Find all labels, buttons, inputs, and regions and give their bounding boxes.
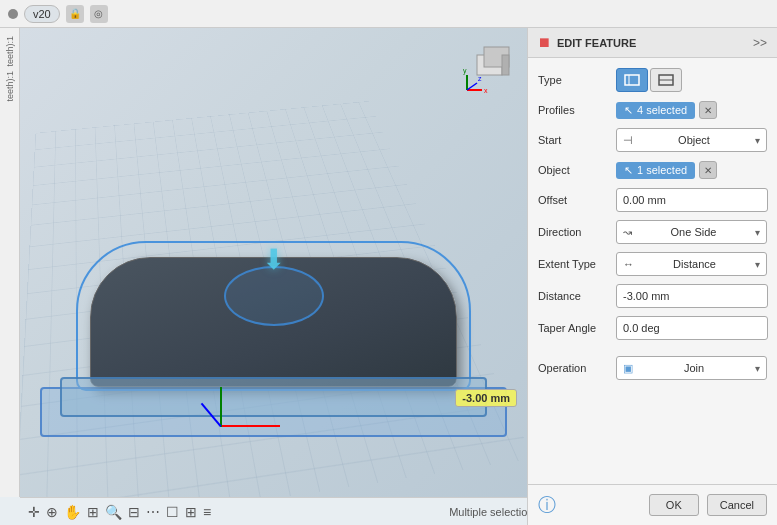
move-icon[interactable]: ✛ — [28, 504, 40, 520]
svg-rect-2 — [502, 55, 509, 75]
type-value — [616, 68, 767, 92]
direction-value: ↝ One Side ▾ — [616, 220, 767, 244]
extent-type-row: Extent Type ↔ Distance ▾ — [528, 248, 777, 280]
status-icons[interactable]: ✛ ⊕ ✋ ⊞ 🔍 ⊟ ⋯ ☐ ⊞ ≡ — [28, 504, 211, 520]
offset-row: Offset — [528, 184, 777, 216]
extent-type-dropdown-text: Distance — [673, 258, 716, 270]
type-row: Type — [528, 64, 777, 96]
panel-divider — [528, 344, 777, 352]
operation-dropdown[interactable]: ▣ Join ▾ — [616, 356, 767, 380]
direction-dropdown-arrow: ▾ — [755, 227, 760, 238]
zoom-fit-icon[interactable]: ⊞ — [87, 504, 99, 520]
object-badge-text: 1 selected — [637, 164, 687, 176]
panel-title-group: ⏹ EDIT FEATURE — [538, 35, 636, 50]
selection-status: Multiple selections — [449, 506, 539, 518]
offset-value — [616, 188, 768, 212]
extent-type-dropdown[interactable]: ↔ Distance ▾ — [616, 252, 767, 276]
sidebar-label-1: teeth):1 — [5, 36, 15, 67]
info-icon[interactable]: ⓘ — [538, 493, 556, 517]
dimension-label: -3.00 mm — [455, 389, 517, 407]
type-btn-2[interactable] — [650, 68, 682, 92]
start-label: Start — [538, 134, 610, 146]
operation-value: ▣ Join ▾ — [616, 356, 767, 380]
start-icon: ⊣ — [623, 134, 633, 147]
object-cursor-icon: ↖ — [624, 164, 633, 177]
grid-icon[interactable]: ⊟ — [128, 504, 140, 520]
object-value[interactable]: ↖ 1 selected ✕ — [616, 161, 767, 179]
status-bar: ✛ ⊕ ✋ ⊞ 🔍 ⊟ ⋯ ☐ ⊞ ≡ Multiple selections — [20, 497, 547, 525]
object-clear-btn[interactable]: ✕ — [699, 161, 717, 179]
profiles-clear-btn[interactable]: ✕ — [699, 101, 717, 119]
start-value: ⊣ Object ▾ — [616, 128, 767, 152]
panel-expand-btn[interactable]: >> — [753, 36, 767, 50]
start-row: Start ⊣ Object ▾ — [528, 124, 777, 156]
body-main: ⬇ — [90, 257, 457, 387]
profiles-cursor-icon: ↖ — [624, 104, 633, 117]
sidebar-label-2: teeth):1 — [5, 71, 15, 102]
operation-dropdown-arrow: ▾ — [755, 363, 760, 374]
view-icon[interactable]: ☐ — [166, 504, 179, 520]
start-dropdown[interactable]: ⊣ Object ▾ — [616, 128, 767, 152]
close-dot[interactable] — [8, 9, 18, 19]
type-btn-group[interactable] — [616, 68, 682, 92]
type-btn-1[interactable] — [616, 68, 648, 92]
extent-type-icon: ↔ — [623, 258, 634, 270]
distance-input[interactable] — [616, 284, 768, 308]
rotate-icon[interactable]: ⊕ — [46, 504, 58, 520]
svg-text:x: x — [484, 87, 488, 94]
operation-icon: ▣ — [623, 362, 633, 375]
type-label: Type — [538, 74, 610, 86]
direction-dropdown-text: One Side — [671, 226, 717, 238]
panel-title: EDIT FEATURE — [557, 37, 636, 49]
taper-angle-input[interactable] — [616, 316, 768, 340]
object-label: Object — [538, 164, 610, 176]
left-sidebar: teeth):1 teeth):1 — [0, 28, 20, 497]
target-icon[interactable]: ◎ — [90, 5, 108, 23]
svg-line-5 — [467, 83, 477, 90]
ok-button[interactable]: OK — [649, 494, 699, 516]
grid2-icon[interactable]: ⊞ — [185, 504, 197, 520]
cube-gizmo[interactable]: x y z — [462, 35, 522, 95]
profiles-label: Profiles — [538, 104, 610, 116]
panel-header: ⏹ EDIT FEATURE >> — [528, 28, 777, 58]
3d-object: ⬇ — [60, 197, 487, 417]
panel-body: Type — [528, 58, 777, 484]
viewport[interactable]: ⬇ -3.00 mm — [20, 28, 547, 497]
axis-x — [220, 425, 280, 427]
operation-dropdown-text: Join — [684, 362, 704, 374]
lock-icon[interactable]: 🔒 — [66, 5, 84, 23]
direction-icon: ↝ — [623, 226, 632, 239]
offset-input[interactable] — [616, 188, 768, 212]
extent-type-dropdown-arrow: ▾ — [755, 259, 760, 270]
taper-angle-label: Taper Angle — [538, 322, 610, 334]
direction-label: Direction — [538, 226, 610, 238]
object-badge[interactable]: ↖ 1 selected — [616, 162, 695, 179]
taper-angle-value — [616, 316, 768, 340]
direction-dropdown[interactable]: ↝ One Side ▾ — [616, 220, 767, 244]
start-dropdown-text: Object — [678, 134, 710, 146]
direction-row: Direction ↝ One Side ▾ — [528, 216, 777, 248]
hand-icon[interactable]: ✋ — [64, 504, 81, 520]
side-panel: ⏹ EDIT FEATURE >> Type — [527, 28, 777, 525]
panel-stop-icon: ⏹ — [538, 35, 551, 50]
direction-arrow: ⬇ — [262, 243, 285, 276]
more-icon[interactable]: ≡ — [203, 504, 211, 520]
menu-icon[interactable]: ⋯ — [146, 504, 160, 520]
profiles-badge[interactable]: ↖ 4 selected — [616, 102, 695, 119]
profiles-value[interactable]: ↖ 4 selected ✕ — [616, 101, 767, 119]
operation-row: Operation ▣ Join ▾ — [528, 352, 777, 384]
svg-text:z: z — [478, 75, 482, 82]
svg-text:y: y — [463, 67, 467, 75]
object-row: Object ↖ 1 selected ✕ — [528, 156, 777, 184]
offset-label: Offset — [538, 194, 610, 206]
taper-angle-row: Taper Angle — [528, 312, 777, 344]
top-bar: v20 🔒 ◎ — [0, 0, 777, 28]
panel-footer: ⓘ OK Cancel — [528, 484, 777, 525]
profiles-badge-text: 4 selected — [637, 104, 687, 116]
distance-label: Distance — [538, 290, 610, 302]
version-label: v20 — [24, 5, 60, 23]
cancel-button[interactable]: Cancel — [707, 494, 767, 516]
profiles-row: Profiles ↖ 4 selected ✕ — [528, 96, 777, 124]
distance-row: Distance — [528, 280, 777, 312]
zoom-in-icon[interactable]: 🔍 — [105, 504, 122, 520]
